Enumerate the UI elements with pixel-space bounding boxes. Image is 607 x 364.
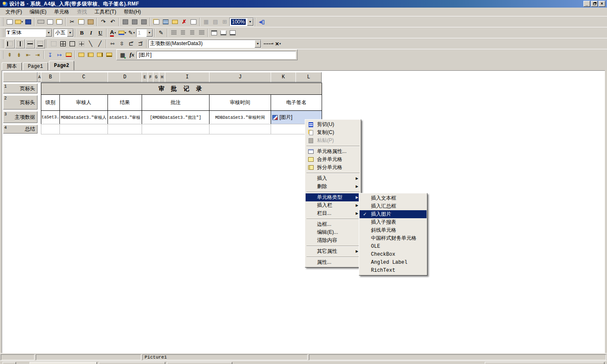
font-name-combo[interactable]: T 宋体 ▼ — [5, 29, 52, 37]
grow-width-button[interactable]: ⊏⃗ — [126, 39, 136, 48]
submenu-item-diagonal-cell[interactable]: 斜线单元格 — [360, 226, 427, 234]
insert-band-button[interactable] — [170, 17, 180, 27]
align-right-button[interactable] — [188, 28, 197, 37]
insert-report-button[interactable] — [152, 17, 161, 27]
insert-row-above-button[interactable]: ⇞ — [5, 50, 14, 59]
header-cell-level[interactable]: 级别 — [41, 94, 60, 111]
toolbar-grip[interactable] — [1, 18, 4, 26]
col-header-H[interactable]: H — [159, 72, 165, 82]
minimize-button[interactable]: _ — [583, 1, 590, 7]
menu-cell[interactable]: 单元格 — [50, 8, 73, 16]
valign-middle-button[interactable] — [219, 28, 228, 37]
col-header-F[interactable]: F — [148, 72, 153, 82]
cut-button[interactable]: ✂ — [67, 17, 77, 27]
col-header-I[interactable]: I — [165, 72, 209, 82]
col-header-L[interactable]: L — [295, 72, 322, 82]
save-button[interactable] — [24, 17, 33, 27]
menu-item-merge-cells[interactable]: 合并单元格 — [306, 155, 360, 163]
fill-color-button[interactable]: ▾ — [118, 28, 127, 37]
fill-color-dropdown-icon[interactable]: ▾ — [125, 31, 126, 35]
diagonal-down-button[interactable]: ╲ — [86, 39, 95, 48]
line-width-dropdown-icon[interactable]: ▼ — [146, 29, 153, 37]
submenu-item-insert-summary[interactable]: 插入汇总框 — [360, 202, 427, 210]
grow-height-button[interactable]: ⊐⃗ — [136, 39, 145, 48]
restore-button[interactable] — [591, 1, 598, 7]
data-cell-result[interactable]: ataSet3."审核 — [107, 110, 142, 124]
split-cells-button[interactable] — [86, 50, 95, 59]
row-header-1[interactable]: 1 页标头 — [3, 83, 38, 94]
delete-report-button[interactable]: ✗ — [180, 17, 189, 27]
underline-button[interactable]: U — [96, 28, 105, 37]
menu-item-other-properties[interactable]: 其它属性▶ — [306, 247, 360, 255]
menu-item-columns[interactable]: 栏目...▶ — [306, 209, 360, 217]
tab-page2[interactable]: Page2 — [49, 61, 74, 70]
border-all-button[interactable] — [58, 39, 67, 48]
menu-edit[interactable]: 编辑(E) — [26, 8, 50, 16]
font-size-dropdown-icon[interactable]: ▼ — [67, 29, 73, 37]
delete-row-button[interactable]: ↧ — [46, 50, 55, 59]
summary-cell[interactable] — [41, 124, 60, 134]
font-name-dropdown-icon[interactable]: ▼ — [46, 29, 52, 37]
clear-style-button[interactable]: ×▾ — [274, 39, 283, 48]
border-inner-button[interactable] — [77, 39, 86, 48]
diagonal-up-button[interactable]: ╱ — [95, 39, 105, 48]
insert-table-button[interactable] — [161, 17, 170, 27]
align-center-button[interactable] — [178, 28, 188, 37]
merge-cells-button[interactable] — [77, 50, 86, 59]
border-left-button[interactable] — [5, 39, 15, 48]
menu-help[interactable]: 帮助(H) — [120, 8, 145, 16]
border-outer-button[interactable] — [67, 39, 77, 48]
font-color-dropdown-icon[interactable]: ▾ — [114, 31, 116, 35]
summary-cell[interactable] — [107, 124, 142, 134]
exit-button[interactable]: ◂▯ — [257, 17, 266, 27]
header-cell-signature[interactable]: 电子签名 — [271, 94, 322, 111]
highlight-pen-button[interactable]: ✎ — [156, 28, 166, 37]
italic-button[interactable]: I — [86, 28, 96, 37]
menu-item-cell-type[interactable]: 单元格类型▶ — [306, 193, 360, 201]
col-header-C[interactable]: C — [59, 72, 108, 82]
submenu-item-insert-picture[interactable]: ✓插入图片 — [360, 210, 427, 218]
data-cell-comment[interactable]: [RMDBDataSet3."批注"] — [142, 110, 209, 124]
print-preview-button[interactable] — [46, 17, 55, 27]
menu-toolbars[interactable]: 工具栏(T) — [91, 8, 120, 16]
undo-button[interactable]: ↶ — [108, 17, 117, 27]
border-hcenter-button[interactable] — [25, 39, 35, 48]
submenu-item-ole[interactable]: OLE — [360, 242, 427, 250]
submenu-item-insert-subreport[interactable]: 插入子报表 — [360, 218, 427, 226]
valign-top-button[interactable] — [209, 28, 219, 37]
menu-item-borders[interactable]: 边框... — [306, 220, 360, 228]
open-button[interactable]: ▾ — [14, 17, 24, 27]
merge-down-button[interactable] — [105, 50, 114, 59]
report-title-cell[interactable]: 审 批 记 录 — [41, 83, 322, 95]
data-cell-review-time[interactable]: MDBDataSet3."审核时间 — [209, 110, 271, 124]
insert-row-below-button[interactable]: ⇟ — [14, 50, 24, 59]
col-header-B[interactable]: B — [41, 72, 60, 82]
col-header-J[interactable]: J — [209, 72, 271, 82]
submenu-item-insert-textbox[interactable]: 插入文本框 — [360, 194, 427, 202]
grid-corner-cell[interactable] — [3, 72, 38, 82]
toolbar-grip[interactable] — [1, 40, 4, 48]
print-button[interactable] — [36, 17, 46, 27]
open-dropdown-icon[interactable]: ▾ — [21, 20, 23, 24]
redo-button[interactable]: ↷ — [99, 17, 108, 27]
col-header-E[interactable]: E — [142, 72, 148, 82]
menu-item-cut[interactable]: 剪切(U) — [306, 120, 360, 128]
equal-height-button[interactable]: ⇳ — [117, 39, 126, 48]
menu-item-split-cells[interactable]: 拆分单元格 — [306, 163, 360, 171]
submenu-item-richtext[interactable]: RichText — [360, 266, 427, 274]
border-vcenter-button[interactable] — [15, 39, 25, 48]
formula-button[interactable]: fx — [127, 50, 137, 59]
menu-item-insert[interactable]: 插入▶ — [306, 174, 360, 182]
col-header-K[interactable]: K — [271, 72, 296, 82]
header-cell-result[interactable]: 结果 — [107, 94, 142, 111]
row-header-4[interactable]: 4 总结 — [3, 125, 38, 134]
header-cell-review-time[interactable]: 审核时间 — [209, 94, 271, 111]
submenu-item-chinese-finance-cell[interactable]: 中国样式财务单元格 — [360, 234, 427, 242]
menu-item-properties[interactable]: 属性... — [306, 258, 360, 266]
delete-cell-button[interactable] — [64, 50, 73, 59]
col-header-D[interactable]: D — [107, 72, 142, 82]
blank-doc-button[interactable] — [189, 17, 198, 27]
line-width-combo[interactable]: 1 ▼ — [136, 29, 153, 37]
row-header-3[interactable]: 3 主项数据 — [3, 111, 38, 123]
page-setup-button[interactable] — [55, 17, 64, 27]
